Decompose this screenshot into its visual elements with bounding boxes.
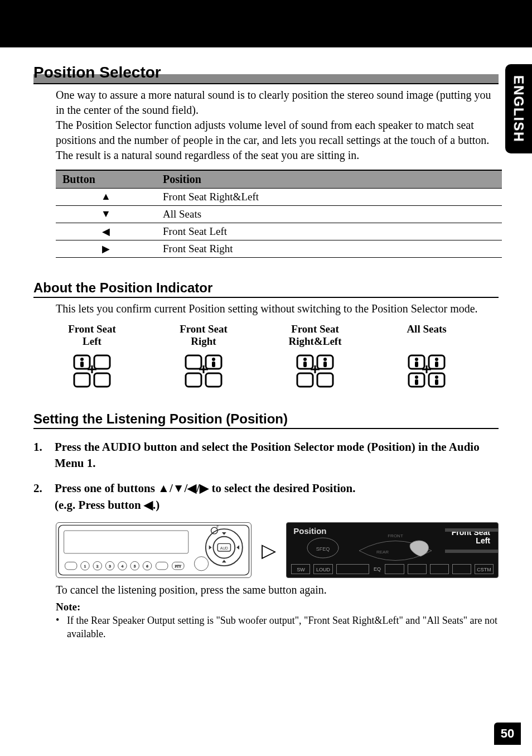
language-tab: ENGLISH: [505, 64, 532, 153]
indicator-all-seats: All Seats: [385, 323, 468, 389]
svg-text:AUD: AUD: [220, 546, 228, 550]
table-header-position: Position: [156, 170, 502, 189]
svg-rect-23: [323, 362, 327, 367]
svg-text:F: F: [216, 525, 219, 529]
display-panel-diagram: Position Front Seat Left SFEQ FRONT REAR…: [286, 522, 499, 578]
svg-rect-3: [94, 373, 110, 387]
svg-point-34: [415, 375, 418, 379]
step-text: Press one of buttons ▲/▼/◀/▶ to select t…: [55, 480, 499, 513]
indicator-front-left: Front Seat Left: [50, 323, 134, 389]
table-row: ◀ Front Seat Left: [56, 223, 502, 240]
table-row: ▼ All Seats: [56, 205, 502, 223]
subsection-indicator-text: This lets you confirm current Position s…: [56, 301, 499, 316]
button-symbol-right: ▶: [56, 240, 156, 257]
svg-point-12: [212, 358, 215, 361]
svg-point-32: [435, 358, 438, 361]
arrow-icon: ▷: [262, 539, 276, 561]
svg-rect-31: [415, 362, 418, 367]
indicator-label-line1: All Seats: [407, 323, 446, 335]
post-image-text: To cancel the listening position, press …: [56, 584, 499, 596]
step-number: 1.: [33, 439, 55, 472]
table-header-button: Button: [56, 170, 156, 189]
button-symbol-down: ▼: [56, 205, 156, 223]
seat-icon-front-both: [295, 354, 335, 389]
indicator-label-line1: Front Seat: [291, 323, 339, 335]
button-symbol-up: ▲: [56, 188, 156, 205]
step-2: 2. Press one of buttons ▲/▼/◀/▶ to selec…: [33, 480, 499, 513]
button-position-table: Button Position ▲ Front Seat Right&Left …: [56, 170, 502, 258]
svg-rect-1: [94, 355, 110, 369]
indicator-front-both: Front Seat Right&Left: [273, 323, 357, 389]
indicator-label-line1: Front Seat: [68, 323, 116, 335]
svg-rect-5: [80, 362, 84, 367]
svg-rect-70: [445, 550, 498, 553]
subsection-setting-title: Setting the Listening Position (Position…: [33, 411, 499, 429]
svg-rect-33: [435, 362, 438, 367]
indicator-label-line2: Left: [83, 335, 101, 347]
svg-point-20: [303, 358, 307, 361]
display-icon: [452, 564, 471, 574]
svg-text:SFEQ: SFEQ: [316, 546, 330, 552]
button-symbol-left: ◀: [56, 223, 156, 240]
display-bottom-row: SW LOUD EQ CSTM: [291, 564, 494, 574]
svg-rect-19: [317, 373, 333, 387]
position-value: Front Seat Right: [156, 240, 502, 257]
top-black-bar: [0, 0, 532, 47]
intro-paragraph: One way to assure a more natural sound i…: [56, 88, 499, 163]
svg-rect-35: [415, 379, 418, 385]
indicator-label-line2: Right&Left: [289, 335, 342, 347]
head-unit-diagram: 1 2 3 4 5 6 PTY AUD: [56, 522, 252, 578]
svg-text:REAR: REAR: [376, 550, 389, 555]
position-value: Front Seat Right&Left: [156, 188, 502, 205]
seat-icon-all-seats: [407, 354, 447, 389]
section-title: Position Selector: [33, 63, 499, 84]
indicator-row: Front Seat Left Front Seat Right: [50, 323, 499, 389]
note-text: If the Rear Speaker Output setting is "S…: [67, 614, 499, 641]
display-icon: [408, 564, 427, 574]
seat-icon-front-right: [183, 354, 224, 389]
indicator-front-right: Front Seat Right: [162, 323, 245, 389]
position-value: All Seats: [156, 205, 502, 223]
note-label: Note:: [56, 601, 499, 613]
display-icon: CSTM: [475, 564, 494, 574]
display-icon: [430, 564, 449, 574]
seat-icon-front-left: [72, 354, 112, 389]
page-number: 50: [494, 723, 521, 745]
display-icon: LOUD: [313, 564, 332, 574]
svg-rect-18: [297, 373, 313, 387]
subsection-indicator-title: About the Position Indicator: [33, 280, 499, 298]
svg-rect-8: [186, 355, 201, 369]
step-1: 1. Press the AUDIO button and select the…: [33, 439, 499, 472]
svg-point-22: [323, 358, 327, 361]
svg-point-30: [415, 358, 418, 361]
svg-text:FRONT: FRONT: [388, 533, 404, 538]
display-icon: EQ: [373, 564, 381, 574]
svg-text:PTY: PTY: [175, 565, 182, 568]
svg-rect-11: [206, 373, 221, 387]
language-tab-label: ENGLISH: [511, 75, 526, 143]
svg-rect-10: [186, 373, 201, 387]
display-icon: [385, 564, 404, 574]
bullet-icon: •: [56, 614, 67, 641]
table-row: ▶ Front Seat Right: [56, 240, 502, 257]
step-list: 1. Press the AUDIO button and select the…: [33, 439, 499, 514]
diagram-row: 1 2 3 4 5 6 PTY AUD: [56, 522, 499, 578]
table-row: ▲ Front Seat Right&Left: [56, 188, 502, 205]
step-text: Press the AUDIO button and select the Po…: [55, 439, 499, 472]
step-number: 2.: [33, 480, 55, 513]
display-icon: [336, 564, 370, 574]
svg-text:1: 1: [84, 564, 86, 568]
display-icon: SW: [291, 564, 310, 574]
indicator-label-line1: Front Seat: [180, 323, 228, 335]
page-content: Position Selector One way to assure a mo…: [0, 47, 532, 641]
svg-point-4: [80, 358, 84, 361]
svg-rect-2: [74, 373, 90, 387]
svg-rect-37: [435, 379, 438, 385]
svg-rect-69: [445, 528, 498, 532]
note-bullet: • If the Rear Speaker Output setting is …: [56, 614, 499, 641]
position-value: Front Seat Left: [156, 223, 502, 240]
indicator-label-line2: Right: [191, 335, 216, 347]
svg-rect-21: [303, 362, 307, 367]
svg-rect-13: [212, 362, 215, 367]
svg-point-36: [435, 375, 438, 379]
